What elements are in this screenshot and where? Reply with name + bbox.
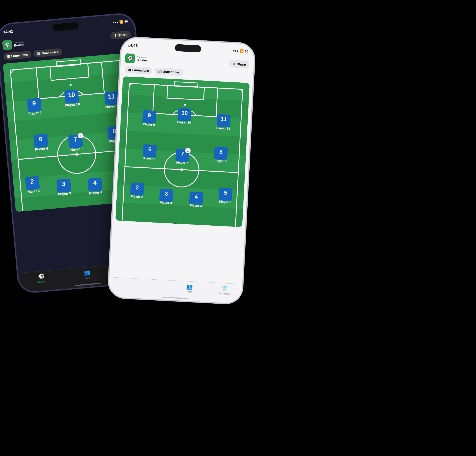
battery-icon: 60 — [124, 19, 128, 23]
light-player-11[interactable]: 11 Player 11 — [216, 114, 231, 131]
svg-text:7: 7 — [181, 151, 184, 157]
svg-text:Player 2: Player 2 — [131, 195, 143, 199]
svg-text:Player 10: Player 10 — [177, 120, 191, 124]
svg-text:7: 7 — [73, 136, 77, 143]
light-tab-bar: 👥 Team 👕 Customize — [108, 277, 242, 304]
dark-status-icons: ●●● 📶 60 — [112, 19, 128, 24]
light-formations-pill[interactable]: ▦ Formations — [125, 66, 153, 75]
svg-text:6: 6 — [39, 135, 43, 142]
svg-text:9: 9 — [148, 112, 151, 118]
dark-logo-text: Formation Builder — [14, 41, 25, 47]
light-substitutes-icon: 🔄 — [158, 69, 162, 73]
svg-text:3: 3 — [164, 191, 168, 197]
scene: 14:41 ●●● 📶 60 ⚽ Formation Builder — [0, 0, 476, 456]
svg-rect-18 — [49, 210, 117, 212]
light-player-6[interactable]: 6 Player 6 — [143, 144, 157, 161]
light-tab-customize-label: Customize — [219, 292, 230, 295]
team-tab-icon: 👥 — [84, 269, 91, 276]
dark-tab-builder-label: Builder — [38, 280, 46, 283]
svg-text:6: 6 — [148, 146, 152, 153]
svg-text:c: c — [187, 149, 189, 153]
light-player-5[interactable]: 5 Player 5 — [218, 188, 232, 204]
dark-substitutes-pill[interactable]: 🔄 Substitutes — [33, 48, 63, 58]
dark-logo-icon: ⚽ — [2, 40, 13, 50]
light-formations-icon: ▦ — [128, 68, 131, 72]
light-logo-main: Builder — [136, 58, 147, 62]
light-player-10[interactable]: 10 Player 10 — [177, 108, 192, 124]
light-share-icon: ⬆ — [232, 62, 236, 66]
dark-tab-builder[interactable]: ⚽ Builder — [18, 272, 65, 285]
dark-player-10[interactable]: 10 Player 10 — [63, 89, 80, 107]
svg-text:Player 5: Player 5 — [219, 200, 231, 204]
dark-formations-label: Formations — [11, 53, 28, 58]
light-app-content: ⚽ Formation Builder ⬆ Share ▦ Formations — [108, 50, 254, 304]
svg-text:10: 10 — [181, 110, 188, 116]
dark-player-7[interactable]: 7 c Player 7 — [68, 133, 85, 152]
light-share-label: Share — [237, 62, 246, 66]
svg-text:c: c — [80, 135, 81, 138]
dark-player-6[interactable]: 6 Player 6 — [34, 134, 49, 151]
svg-text:Player 11: Player 11 — [216, 126, 230, 130]
svg-text:11: 11 — [108, 93, 115, 100]
share-icon: ⬆ — [114, 33, 117, 38]
light-notch — [175, 44, 202, 52]
dark-substitutes-label: Substitutes — [42, 50, 59, 55]
formations-icon: ▦ — [7, 54, 10, 58]
light-player-3[interactable]: 3 Player 3 — [159, 189, 173, 205]
svg-text:Player 8: Player 8 — [214, 159, 227, 163]
light-player-9[interactable]: 9 Player 9 — [142, 110, 156, 127]
dark-player-4[interactable]: 4 Player 4 — [87, 177, 103, 195]
svg-text:4: 4 — [195, 193, 198, 200]
light-battery-icon: 60 — [245, 50, 248, 53]
svg-text:4: 4 — [93, 179, 97, 186]
svg-text:3: 3 — [62, 180, 66, 187]
light-signal-icon: ●●● — [233, 49, 239, 53]
light-status-icons: ●●● 📶 60 — [233, 49, 248, 53]
light-wifi-icon: 📶 — [240, 49, 244, 53]
dark-formations-pill[interactable]: ▦ Formations — [3, 51, 32, 60]
light-player-2[interactable]: 2 Player 2 — [130, 182, 144, 199]
light-tab-customize[interactable]: 👕 Customize — [207, 285, 242, 296]
svg-text:Player 7: Player 7 — [176, 161, 188, 165]
svg-text:8: 8 — [219, 149, 223, 155]
signal-icon: ●●● — [112, 20, 118, 24]
dark-player-2[interactable]: 2 Player 2 — [25, 176, 40, 194]
light-formations-label: Formations — [132, 68, 149, 73]
light-tab-team[interactable]: 👥 Team — [172, 283, 207, 294]
svg-text:1: 1 — [177, 226, 180, 227]
svg-text:5: 5 — [224, 190, 227, 196]
wifi-icon: 📶 — [119, 20, 123, 24]
light-logo: ⚽ Formation Builder — [125, 53, 147, 64]
dark-player-3[interactable]: 3 Player 3 — [56, 178, 72, 196]
phone-light: 14:43 ●●● 📶 60 ⚽ Formation Builder — [107, 36, 256, 305]
svg-text:9: 9 — [32, 100, 36, 107]
light-share-button[interactable]: ⬆ Share — [229, 60, 249, 68]
svg-text:11: 11 — [221, 116, 227, 122]
light-tab-team-label: Team — [186, 290, 192, 293]
svg-text:Player 9: Player 9 — [143, 122, 155, 127]
light-field-svg: 9 Player 9 10 Player 10 11 Player 11 — [116, 76, 250, 227]
light-player-8[interactable]: 8 Player 8 — [214, 147, 228, 163]
svg-text:10: 10 — [68, 91, 75, 99]
light-field: 9 Player 9 10 Player 10 11 Player 11 — [116, 76, 250, 227]
svg-text:2: 2 — [30, 178, 34, 185]
dark-logo: ⚽ Formation Builder — [2, 39, 25, 50]
dark-tab-team[interactable]: 👥 Team — [64, 268, 110, 281]
light-substitutes-label: Substitutes — [163, 70, 180, 74]
svg-text:Player 4: Player 4 — [190, 204, 202, 208]
light-logo-text: Formation Builder — [136, 56, 147, 62]
substitutes-icon: 🔄 — [37, 52, 41, 56]
light-logo-icon: ⚽ — [125, 53, 135, 63]
light-substitutes-pill[interactable]: 🔄 Substitutes — [154, 67, 184, 76]
light-team-tab-icon: 👥 — [186, 283, 193, 290]
builder-tab-icon: ⚽ — [38, 273, 45, 280]
dark-time: 14:41 — [3, 29, 14, 34]
light-time: 14:43 — [128, 43, 138, 48]
dark-share-label: Share — [118, 33, 127, 37]
dark-tab-team-label: Team — [85, 276, 91, 279]
dark-player-9[interactable]: 9 Player 9 — [27, 98, 42, 116]
svg-text:Player 3: Player 3 — [160, 201, 172, 205]
light-player-4[interactable]: 4 Player 4 — [189, 191, 203, 208]
svg-text:2: 2 — [136, 184, 139, 191]
svg-text:Player 6: Player 6 — [143, 157, 155, 161]
